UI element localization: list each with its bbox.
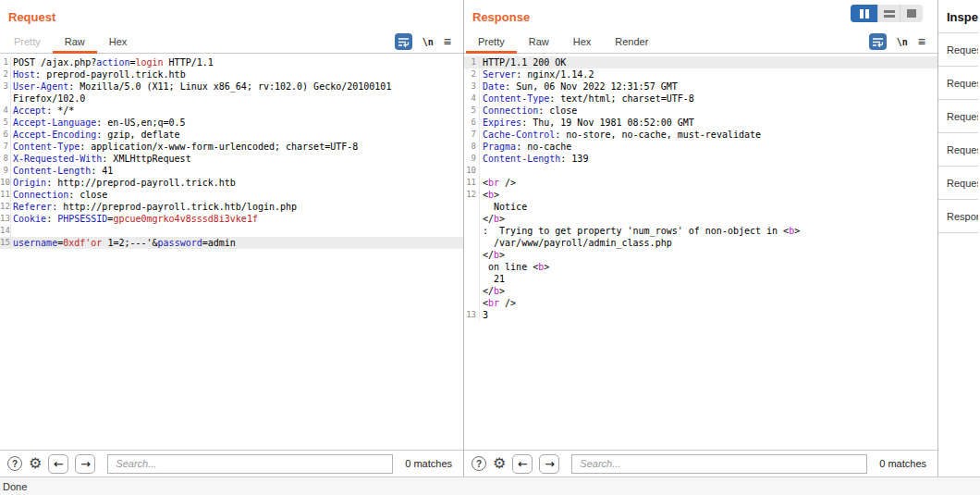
show-newlines-icon[interactable]: \n xyxy=(897,37,908,47)
line-number: 10 xyxy=(0,177,11,189)
single-layout-button[interactable] xyxy=(900,5,923,22)
help-icon[interactable]: ? xyxy=(472,456,486,471)
inspector-title: Inspector xyxy=(938,0,978,33)
code-line: Firefox/102.0 xyxy=(0,93,463,105)
line-number: 12 xyxy=(0,201,11,213)
line-content: Content-Length: 139 xyxy=(480,153,937,165)
request-editor[interactable]: 1POST /ajax.php?action=login HTTP/1.12Ho… xyxy=(0,54,463,450)
response-search-input[interactable] xyxy=(571,454,867,474)
code-line: 7Content-Type: application/x-www-form-ur… xyxy=(0,141,463,153)
line-number: 9 xyxy=(464,153,480,165)
help-icon[interactable]: ? xyxy=(7,456,22,471)
inspector-section-response-headers[interactable]: Response Headers xyxy=(938,200,978,233)
status-bar: Done xyxy=(0,476,980,495)
line-content: 3 xyxy=(480,309,937,321)
request-title-row: Request xyxy=(0,0,463,31)
line-content: POST /ajax.php?action=login HTTP/1.1 xyxy=(11,56,463,68)
columns-glyph-bar xyxy=(865,9,869,19)
line-number: 6 xyxy=(464,117,480,129)
line-number xyxy=(464,225,480,237)
show-newlines-icon[interactable]: \n xyxy=(423,37,434,47)
line-number xyxy=(464,273,480,285)
search-settings-gear-icon[interactable]: ⚙ xyxy=(493,456,506,471)
line-content: X-Requested-With: XMLHttpRequest xyxy=(11,153,463,165)
tab-pretty[interactable]: Pretty xyxy=(2,31,53,53)
tab-raw[interactable]: Raw xyxy=(517,31,561,53)
wrap-lines-glyph xyxy=(872,37,884,47)
inspector-section-request-cookies[interactable]: Request Cookies xyxy=(938,133,978,167)
request-search-bar: ? ⚙ ← → 0 matches xyxy=(0,450,463,476)
inspector-panel: Inspector Request AttributesRequest Quer… xyxy=(938,0,978,476)
search-next-button[interactable]: → xyxy=(75,454,95,474)
layout-toggle xyxy=(851,5,923,22)
line-content: Accept-Language: en-US,en;q=0.5 xyxy=(11,117,463,129)
line-number: 8 xyxy=(0,153,11,165)
inspector-section-request-body-parameters[interactable]: Request Body Parameters xyxy=(938,100,978,133)
line-content: <br /> xyxy=(480,177,937,189)
inspector-section-request-headers[interactable]: Request Headers xyxy=(938,167,978,200)
line-number: 8 xyxy=(464,141,480,153)
code-line: 11Connection: close xyxy=(0,189,463,201)
line-content: Referer: http://preprod-payroll.trick.ht… xyxy=(11,201,463,213)
search-settings-gear-icon[interactable]: ⚙ xyxy=(29,456,42,471)
response-viewer[interactable]: 1HTTP/1.1 200 OK2Server: nginx/1.14.23Da… xyxy=(464,54,937,450)
line-content: Content-Length: 41 xyxy=(11,165,463,177)
line-number: 15 xyxy=(0,237,11,249)
tab-hex[interactable]: Hex xyxy=(97,31,140,53)
line-number xyxy=(464,261,480,273)
panel-menu-icon[interactable]: ≡ xyxy=(918,35,925,48)
response-search-bar: ? ⚙ ← → 0 matches xyxy=(464,450,937,476)
columns-layout-button[interactable] xyxy=(851,5,878,22)
line-content: Host: preprod-payroll.trick.htb xyxy=(11,68,463,80)
tab-pretty[interactable]: Pretty xyxy=(466,31,517,53)
code-line: <br /> xyxy=(464,297,937,309)
search-prev-button[interactable]: ← xyxy=(512,454,533,474)
line-number: 3 xyxy=(0,80,11,93)
wrap-lines-icon[interactable] xyxy=(395,33,412,50)
wrap-lines-icon[interactable] xyxy=(869,33,887,50)
search-next-button[interactable]: → xyxy=(539,454,559,474)
inspector-section-request-attributes[interactable]: Request Attributes xyxy=(938,33,978,67)
response-tab-bar: PrettyRawHexRender \n ≡ xyxy=(464,31,937,54)
line-number: 13 xyxy=(0,213,11,225)
code-line: 133 xyxy=(464,309,937,321)
line-number: 9 xyxy=(0,165,11,177)
line-content: Date: Sun, 06 Nov 2022 12:31:57 GMT xyxy=(480,80,937,93)
line-content: HTTP/1.1 200 OK xyxy=(480,56,937,68)
code-line: 10 xyxy=(464,165,937,177)
single-glyph xyxy=(907,9,916,18)
columns-glyph-bar xyxy=(860,9,864,19)
code-line: </b> xyxy=(464,213,937,225)
line-content: Content-Type: text/html; charset=UTF-8 xyxy=(480,93,937,105)
tab-hex[interactable]: Hex xyxy=(561,31,604,53)
line-number: 14 xyxy=(0,225,11,237)
line-content xyxy=(480,165,937,177)
code-line: on line <b> xyxy=(464,261,937,273)
code-line: 9Content-Length: 41 xyxy=(0,165,463,177)
code-line: 6Expires: Thu, 19 Nov 1981 08:52:00 GMT xyxy=(464,117,937,129)
line-number: 7 xyxy=(0,141,11,153)
line-content: 21 xyxy=(480,273,937,285)
line-content: <br /> xyxy=(480,297,937,309)
line-number xyxy=(464,297,480,309)
line-number xyxy=(464,201,480,213)
line-content: Pragma: no-cache xyxy=(480,141,937,153)
tab-render[interactable]: Render xyxy=(603,31,660,53)
line-number: 1 xyxy=(0,56,11,68)
code-line: 5Accept-Language: en-US,en;q=0.5 xyxy=(0,117,463,129)
code-line: </b> xyxy=(464,285,937,297)
rows-layout-button[interactable] xyxy=(878,5,900,22)
code-line: 10Origin: http://preprod-payroll.trick.h… xyxy=(0,177,463,189)
tab-raw[interactable]: Raw xyxy=(53,31,97,53)
code-line: 11<br /> xyxy=(464,177,937,189)
line-content: /var/www/payroll/admin_class.php xyxy=(480,237,937,249)
code-line: </b> xyxy=(464,249,937,261)
search-prev-button[interactable]: ← xyxy=(48,454,68,474)
inspector-section-request-query-parameters[interactable]: Request Query Parameters xyxy=(938,67,978,100)
line-content: Firefox/102.0 xyxy=(11,93,463,105)
panel-menu-icon[interactable]: ≡ xyxy=(444,35,451,48)
response-match-count: 0 matches xyxy=(879,458,926,469)
request-search-input[interactable] xyxy=(107,454,393,474)
code-line: 6Accept-Encoding: gzip, deflate xyxy=(0,129,463,141)
code-line: 4Content-Type: text/html; charset=UTF-8 xyxy=(464,93,937,105)
